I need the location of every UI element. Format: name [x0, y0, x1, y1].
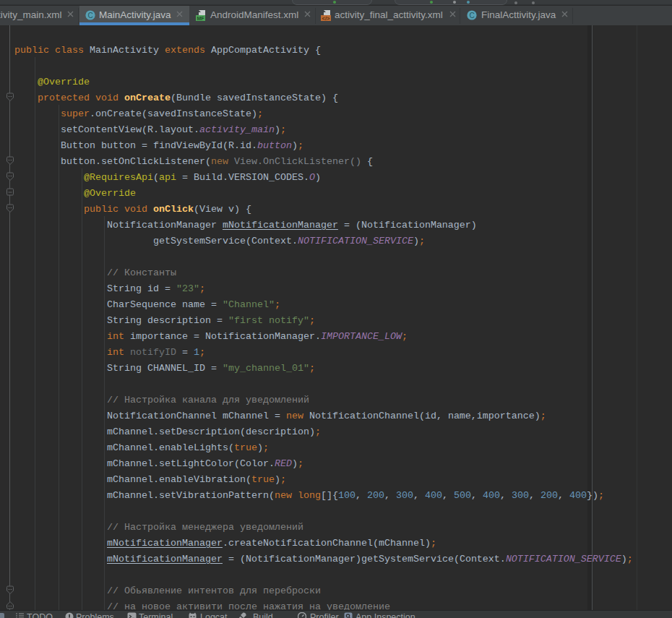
svg-text:C: C [469, 12, 474, 20]
svg-text:C: C [87, 12, 92, 20]
svg-text:</>: </> [322, 15, 330, 22]
svg-text:MF: MF [197, 16, 204, 21]
